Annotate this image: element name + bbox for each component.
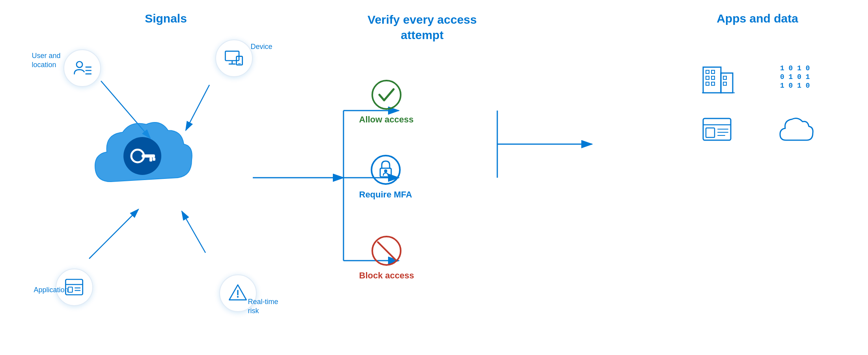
svg-rect-16 [153, 158, 155, 161]
svg-text:1 0 1 0 1 0: 1 0 1 0 1 0 [780, 64, 814, 72]
svg-rect-56 [706, 128, 715, 137]
svg-rect-15 [149, 158, 152, 162]
data-icon: 1 0 1 0 1 0 0 1 0 1 0 1 1 0 1 0 1 0 [778, 59, 814, 95]
svg-rect-44 [706, 76, 709, 79]
apps-section: Apps and data [679, 8, 836, 347]
svg-rect-46 [706, 82, 709, 85]
allow-access-outcome: Allow access [359, 79, 414, 125]
block-access-outcome: Block access [359, 235, 414, 281]
device-icon [215, 39, 253, 77]
risk-label: Real-time risk [248, 297, 278, 316]
svg-rect-42 [706, 70, 709, 73]
svg-rect-43 [711, 70, 715, 73]
svg-line-39 [378, 242, 395, 259]
user-location-label: User and location [32, 51, 61, 70]
require-mfa-label: Require MFA [359, 190, 412, 200]
require-mfa-outcome: Require MFA [359, 154, 412, 200]
allow-access-label: Allow access [359, 115, 414, 125]
device-label: Device [250, 43, 272, 51]
svg-rect-47 [711, 82, 715, 85]
svg-text:1 0 1 0 1 0: 1 0 1 0 1 0 [780, 82, 814, 90]
svg-rect-45 [711, 76, 715, 79]
signals-title: Signals [32, 12, 300, 25]
building-icon [701, 59, 737, 95]
cloud-apps-icon [778, 115, 814, 150]
app-window-icon [701, 115, 737, 150]
signals-section: Signals [32, 8, 300, 347]
verify-section: Verify every access attempt Allow access… [328, 8, 517, 347]
application-label: Application [34, 286, 69, 294]
svg-rect-48 [723, 76, 726, 79]
svg-rect-28 [68, 287, 73, 292]
block-access-label: Block access [359, 270, 414, 281]
apps-title: Apps and data [679, 12, 836, 25]
user-location-icon [63, 49, 101, 87]
svg-point-33 [237, 296, 239, 298]
svg-rect-14 [142, 154, 155, 158]
apps-grid: 1 0 1 0 1 0 0 1 0 1 0 1 1 0 1 0 1 0 [687, 59, 829, 150]
diagram-wrapper: Signals [20, 8, 848, 347]
svg-point-34 [372, 81, 401, 109]
svg-point-37 [384, 169, 387, 173]
svg-text:0 1 0 1 0 1: 0 1 0 1 0 1 [780, 73, 814, 81]
svg-point-17 [77, 62, 82, 68]
verify-title: Verify every access attempt [328, 12, 517, 43]
cloud-icon [87, 115, 198, 197]
svg-rect-49 [723, 82, 726, 85]
